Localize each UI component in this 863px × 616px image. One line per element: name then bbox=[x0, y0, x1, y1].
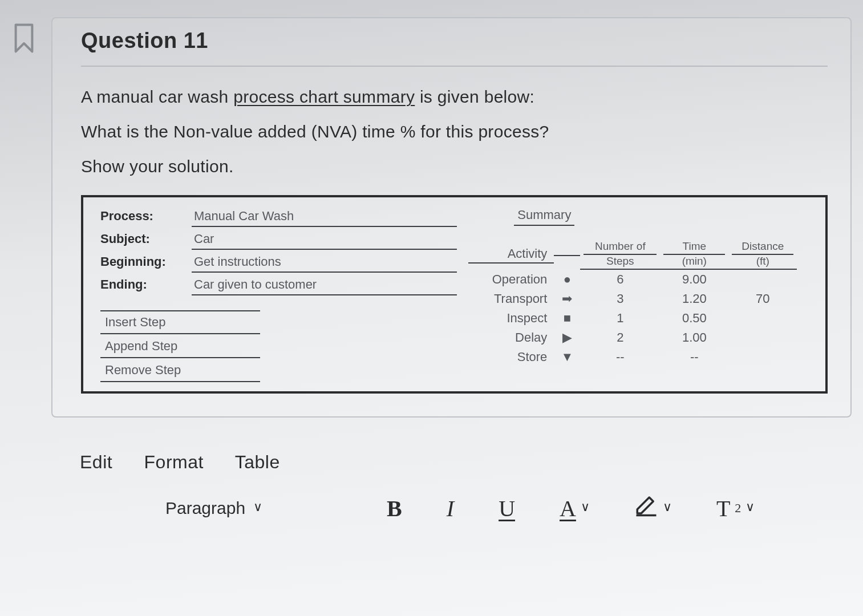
cell-steps: 3 bbox=[580, 289, 660, 309]
insert-step-button[interactable]: Insert Step bbox=[100, 310, 260, 334]
cell-time: 1.20 bbox=[660, 289, 728, 309]
text: Time bbox=[663, 241, 725, 253]
cell-steps: 2 bbox=[580, 328, 660, 347]
highlight-button[interactable]: ∨ bbox=[634, 493, 672, 523]
process-chart-summary: Process: Manual Car Wash Subject: Car Be… bbox=[81, 195, 828, 394]
step-buttons: Insert Step Append Step Remove Step bbox=[100, 310, 457, 382]
meta-value: Car given to customer bbox=[192, 276, 457, 295]
col-icon bbox=[554, 252, 580, 256]
chart-meta: Process: Manual Car Wash Subject: Car Be… bbox=[100, 208, 468, 383]
underline-button[interactable]: U bbox=[499, 495, 515, 522]
chart-summary: Summary Activity Number of Steps Time (m… bbox=[468, 208, 808, 383]
summary-header-row: Activity Number of Steps Time (min) Dist… bbox=[468, 238, 808, 270]
menu-table[interactable]: Table bbox=[235, 452, 280, 472]
menu-edit[interactable]: Edit bbox=[80, 452, 112, 472]
meta-label: Process: bbox=[100, 209, 192, 224]
paragraph-select[interactable]: Paragraph ∨ bbox=[165, 499, 262, 518]
activity-icon: ▶ bbox=[554, 328, 580, 347]
cell-time: -- bbox=[660, 347, 728, 367]
meta-value: Manual Car Wash bbox=[192, 208, 457, 227]
cell-steps: 6 bbox=[580, 270, 660, 289]
question-line-2: What is the Non-value added (NVA) time %… bbox=[81, 119, 828, 144]
editor-toolbar: Paragraph ∨ B I U A ∨ ∨ T2 ∨ bbox=[80, 493, 852, 523]
chevron-down-icon: ∨ bbox=[581, 500, 590, 514]
summary-row: Operation●69.00 bbox=[468, 270, 808, 289]
bookmark-icon[interactable] bbox=[11, 23, 37, 54]
question-body: A manual car wash process chart summary … bbox=[81, 84, 828, 394]
meta-value: Car bbox=[192, 230, 457, 250]
paragraph-label: Paragraph bbox=[165, 499, 245, 518]
meta-row-beginning: Beginning: Get instructions bbox=[100, 253, 457, 273]
text: Distance bbox=[732, 241, 793, 253]
summary-table: Activity Number of Steps Time (min) Dist… bbox=[468, 238, 808, 367]
activity-icon: ■ bbox=[554, 309, 580, 328]
pen-icon bbox=[634, 493, 658, 523]
text: T bbox=[716, 495, 730, 522]
meta-label: Ending: bbox=[100, 277, 192, 292]
summary-row: Store▼---- bbox=[468, 347, 808, 367]
cell-steps: -- bbox=[580, 347, 660, 367]
question-title: Question 11 bbox=[81, 18, 828, 66]
text: 2 bbox=[735, 501, 741, 516]
activity-icon: ● bbox=[554, 270, 580, 289]
bold-button[interactable]: B bbox=[387, 495, 402, 522]
cell-activity: Operation bbox=[468, 270, 554, 289]
cell-distance: 70 bbox=[728, 289, 797, 309]
meta-row-ending: Ending: Car given to customer bbox=[100, 276, 457, 295]
text: is given below: bbox=[415, 87, 534, 106]
chevron-down-icon: ∨ bbox=[663, 500, 672, 514]
chevron-down-icon: ∨ bbox=[745, 500, 755, 514]
meta-row-subject: Subject: Car bbox=[100, 230, 457, 250]
divider bbox=[81, 66, 828, 67]
cell-time: 0.50 bbox=[660, 309, 728, 328]
cell-time: 1.00 bbox=[660, 328, 728, 347]
cell-distance bbox=[728, 316, 797, 321]
col-time: Time (min) bbox=[660, 238, 728, 270]
col-activity: Activity bbox=[468, 244, 554, 264]
cell-activity: Store bbox=[468, 347, 554, 367]
question-line-3: Show your solution. bbox=[81, 153, 828, 179]
question-card: Question 11 A manual car wash process ch… bbox=[51, 17, 852, 418]
italic-button[interactable]: I bbox=[447, 495, 454, 522]
text: (min) bbox=[663, 254, 725, 268]
cell-distance bbox=[728, 335, 797, 340]
superscript-button[interactable]: T2 ∨ bbox=[716, 495, 755, 522]
meta-value: Get instructions bbox=[192, 253, 457, 273]
cell-activity: Delay bbox=[468, 328, 554, 347]
meta-row-process: Process: Manual Car Wash bbox=[100, 208, 457, 227]
cell-distance bbox=[728, 277, 797, 282]
underlined-text: process chart summary bbox=[233, 87, 415, 106]
text: (ft) bbox=[732, 254, 793, 268]
summary-row: Transport➡31.2070 bbox=[468, 289, 808, 309]
chevron-down-icon: ∨ bbox=[253, 500, 262, 514]
text: Steps bbox=[584, 254, 657, 268]
cell-activity: Inspect bbox=[468, 309, 554, 328]
col-steps: Number of Steps bbox=[580, 238, 660, 270]
meta-label: Beginning: bbox=[100, 254, 192, 269]
summary-row: Delay▶21.00 bbox=[468, 328, 808, 347]
answer-editor: Edit Format Table Paragraph ∨ B I U A ∨ … bbox=[80, 452, 852, 523]
question-line-1: A manual car wash process chart summary … bbox=[81, 84, 828, 110]
cell-activity: Transport bbox=[468, 289, 554, 309]
editor-menu: Edit Format Table bbox=[80, 452, 852, 473]
cell-distance bbox=[728, 355, 797, 359]
menu-format[interactable]: Format bbox=[144, 452, 204, 472]
summary-title: Summary bbox=[514, 208, 574, 226]
text: Number of bbox=[584, 241, 657, 253]
col-distance: Distance (ft) bbox=[728, 238, 797, 270]
text-color-label: A bbox=[560, 495, 576, 522]
remove-step-button[interactable]: Remove Step bbox=[100, 359, 260, 382]
text-color-button[interactable]: A ∨ bbox=[560, 495, 590, 522]
activity-icon: ▼ bbox=[554, 347, 580, 367]
cell-time: 9.00 bbox=[660, 270, 728, 289]
meta-label: Subject: bbox=[100, 232, 192, 246]
append-step-button[interactable]: Append Step bbox=[100, 335, 260, 358]
cell-steps: 1 bbox=[580, 309, 660, 328]
activity-icon: ➡ bbox=[554, 289, 580, 309]
summary-row: Inspect■10.50 bbox=[468, 309, 808, 328]
text: A manual car wash bbox=[81, 87, 233, 106]
